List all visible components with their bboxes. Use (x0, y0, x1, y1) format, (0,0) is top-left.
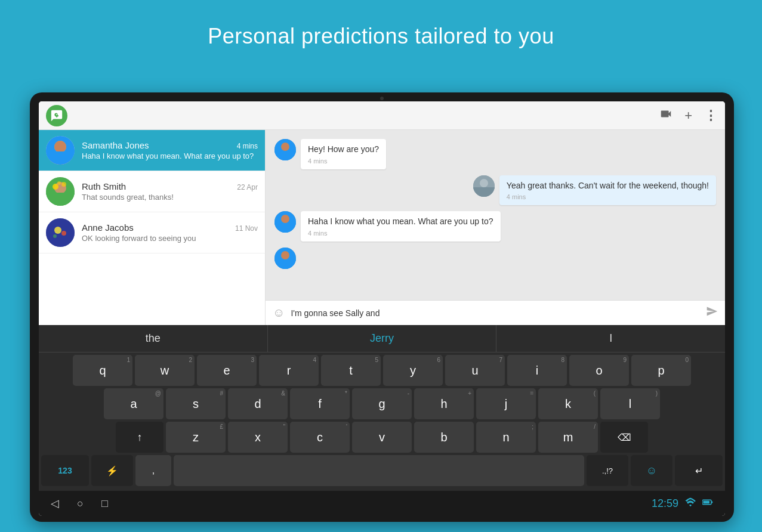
typing-avatar (274, 248, 296, 269)
key-y[interactable]: 6y (383, 355, 443, 386)
key-t[interactable]: 5t (321, 355, 381, 386)
message-text: Haha I know what you mean. What are you … (308, 216, 493, 228)
message-row: Haha I know what you mean. What are you … (274, 211, 716, 242)
svg-rect-7 (46, 193, 75, 206)
svg-point-20 (480, 179, 488, 187)
camera-dot (380, 97, 384, 100)
app-bar-icons: + ⋮ (659, 107, 718, 123)
conversation-preview: Haha I know what you mean. What are you … (82, 151, 258, 160)
key-x[interactable]: "x (228, 422, 288, 453)
svg-point-9 (61, 182, 66, 187)
key-l[interactable]: )l (600, 388, 660, 419)
conversation-item[interactable]: Samantha Jones 4 mins Haha I know what y… (39, 130, 265, 171)
key-b[interactable]: b (414, 422, 474, 453)
key-k[interactable]: (k (538, 388, 598, 419)
conversation-preview: OK looking forward to seeing you (82, 234, 258, 243)
enter-key[interactable]: ↵ (675, 455, 723, 486)
prediction-item-i[interactable]: I (496, 325, 725, 352)
key-z[interactable]: £z (166, 422, 226, 453)
key-j[interactable]: =j (476, 388, 536, 419)
key-d[interactable]: &d (228, 388, 288, 419)
prediction-item-jerry[interactable]: Jerry (268, 325, 497, 352)
key-u[interactable]: 7u (445, 355, 505, 386)
message-avatar-me (473, 175, 495, 197)
input-bar: ☺ (266, 300, 725, 325)
conversation-item[interactable]: Anne Jacobs 11 Nov OK looking forward to… (39, 212, 265, 253)
svg-point-14 (61, 231, 66, 236)
key-row-3: ↑ £z "x 'c v b ;n /m ⌫ (41, 422, 723, 453)
punctuation-key[interactable]: .,!? (587, 455, 628, 486)
svg-rect-27 (274, 259, 296, 269)
svg-rect-24 (274, 223, 296, 233)
key-h[interactable]: +h (414, 388, 474, 419)
avatar (46, 177, 75, 206)
message-text: Yeah great thanks. Can't wait for the we… (507, 180, 709, 192)
key-q[interactable]: 1q (73, 355, 132, 386)
conversation-preview: That sounds great, thanks! (82, 193, 258, 202)
message-bubble: Hey! How are you? 4 mins (301, 139, 386, 169)
conversation-time: 11 Nov (235, 224, 258, 233)
more-icon[interactable]: ⋮ (704, 108, 718, 123)
message-text: Hey! How are you? (308, 144, 379, 156)
key-rows: 1q 2w 3e 4r 5t 6y 7u 8i 9o 0p @a #s &d *… (39, 352, 725, 491)
svg-rect-4 (46, 151, 75, 165)
key-v[interactable]: v (352, 422, 412, 453)
emoji-button[interactable]: ☺ (273, 306, 285, 320)
conversation-item[interactable]: Ruth Smith 22 Apr That sounds great, tha… (39, 171, 265, 212)
conversation-info: Samantha Jones 4 mins Haha I know what y… (82, 140, 258, 160)
message-row: Hey! How are you? 4 mins (274, 139, 716, 169)
recent-apps-button[interactable]: □ (101, 497, 108, 510)
svg-rect-30 (711, 502, 712, 503)
key-s[interactable]: #s (166, 388, 226, 419)
key-g[interactable]: -g (352, 388, 412, 419)
conversation-time: 4 mins (237, 142, 258, 150)
svg-point-13 (54, 227, 61, 234)
key-row-4: 123 ⚡ , .,!? ☺ ↵ (41, 455, 723, 486)
key-r[interactable]: 4r (259, 355, 319, 386)
key-c[interactable]: 'c (290, 422, 350, 453)
swipe-key[interactable]: ⚡ (91, 455, 133, 486)
svg-point-23 (281, 215, 289, 223)
main-content: Samantha Jones 4 mins Haha I know what y… (39, 130, 725, 325)
comma-key[interactable]: , (135, 455, 171, 486)
svg-point-3 (54, 141, 66, 153)
shift-key[interactable]: ↑ (116, 422, 163, 453)
numbers-key[interactable]: 123 (41, 455, 89, 486)
key-e[interactable]: 3e (197, 355, 257, 386)
nav-bar: ◁ ○ □ 12:59 (39, 491, 725, 516)
avatar (46, 218, 75, 247)
svg-point-26 (281, 251, 289, 259)
message-row-outgoing: Yeah great thanks. Can't wait for the we… (274, 175, 716, 206)
video-call-icon[interactable] (659, 107, 672, 123)
message-input[interactable] (291, 308, 700, 318)
status-bar-right: 12:59 (652, 497, 713, 510)
key-f[interactable]: *f (290, 388, 350, 419)
wifi-icon (684, 497, 696, 509)
send-button[interactable] (706, 305, 718, 320)
key-w[interactable]: 2w (135, 355, 195, 386)
svg-rect-29 (704, 501, 710, 504)
messages-list: Hey! How are you? 4 mins Yeah great than… (266, 130, 725, 300)
message-avatar (274, 211, 296, 233)
key-i[interactable]: 8i (507, 355, 567, 386)
key-m[interactable]: /m (538, 422, 598, 453)
svg-rect-18 (274, 151, 296, 160)
prediction-item-the[interactable]: the (39, 325, 268, 352)
svg-point-8 (53, 184, 58, 190)
add-icon[interactable]: + (684, 108, 692, 123)
key-n[interactable]: ;n (476, 422, 536, 453)
back-button[interactable]: ◁ (51, 497, 59, 510)
space-key[interactable] (174, 455, 584, 486)
home-button[interactable]: ○ (77, 497, 84, 510)
key-o[interactable]: 9o (569, 355, 629, 386)
message-bubble-outgoing: Yeah great thanks. Can't wait for the we… (499, 175, 716, 206)
page-title: Personal predictions tailored to you (0, 0, 762, 67)
backspace-key[interactable]: ⌫ (600, 422, 648, 453)
emoji-key[interactable]: ☺ (631, 455, 672, 486)
key-p[interactable]: 0p (631, 355, 691, 386)
key-a[interactable]: @a (104, 388, 163, 419)
key-row-2: @a #s &d *f -g +h =j (k )l (41, 388, 723, 419)
key-row-1: 1q 2w 3e 4r 5t 6y 7u 8i 9o 0p (41, 355, 723, 386)
message-time: 4 mins (308, 230, 493, 237)
conversation-info: Anne Jacobs 11 Nov OK looking forward to… (82, 222, 258, 243)
